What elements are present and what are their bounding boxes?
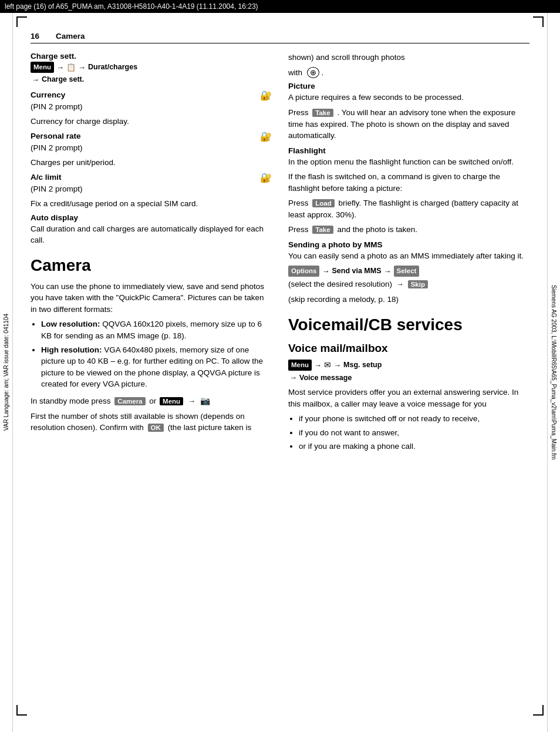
voicemail-nav-path: Menu → ✉ → Msg. setup (288, 359, 529, 371)
resolution-text: (select the desired resolution) (288, 280, 392, 288)
ac-limit-desc: Fix a credit/usage period on a special S… (31, 198, 272, 210)
voicemail-bullet-2: if you do not want to answer, (299, 428, 399, 437)
ac-limit-lock-icon: 🔐 (260, 172, 272, 183)
left-column: Charge sett. Menu → 📋 → Durat/charges → … (31, 52, 272, 457)
take-key-2: Take (312, 226, 333, 234)
personal-rate-pin: (PIN 2 prompt) (31, 142, 272, 154)
with-line: with ⊕ . (288, 67, 529, 79)
standby-text1: In standby mode press (31, 397, 111, 405)
right-sidebar: Siemens AG 2003, L:\MobilIR65\A65_Puma_v… (547, 13, 560, 732)
charge-sett-nav: Menu → 📋 → Durat/charges (31, 62, 272, 73)
send-via-mms-text: Send via MMS (332, 266, 381, 277)
list-item: if your phone is switched off or not rea… (299, 413, 529, 425)
personal-rate-desc: Charges per unit/period. (31, 157, 272, 169)
menu-btn-standby: Menu (160, 397, 183, 405)
currency-section: Currency 🔐 (PIN 2 prompt) Currency for c… (31, 90, 272, 127)
picture-para2: Press Take . You will hear an advisory t… (288, 107, 529, 142)
voicemail-menu-btn: Menu (288, 360, 312, 371)
two-column-layout: Charge sett. Menu → 📋 → Durat/charges → … (31, 52, 529, 457)
list-item: if you do not want to answer, (299, 427, 529, 439)
page-number: 16 (31, 32, 39, 41)
high-res-label: High resolution: (41, 345, 102, 354)
corner-mark-br (533, 705, 544, 716)
top-bar: left page (16) of A65_PUMA am, A31008-H5… (0, 0, 560, 13)
auto-display-desc: Call duration and call charges are autom… (31, 223, 272, 246)
shown-scroll-text: shown) and scroll through photos (288, 52, 529, 63)
main-content: 16 Camera Charge sett. Menu → 📋 → Durat/… (13, 26, 547, 469)
options-btn: Options (288, 266, 319, 277)
flashlight-para2: If the flash is switched on, a command i… (288, 171, 529, 194)
currency-lock-icon: 🔐 (260, 90, 272, 101)
corner-mark-tr (533, 16, 544, 27)
sending-mms-para2: (select the desired resolution) → Skip (288, 278, 529, 290)
shown-text: shown) and scroll through photos (288, 53, 405, 62)
top-bar-text: left page (16) of A65_PUMA am, A31008-H5… (5, 2, 258, 11)
list-item: or if you are making a phone call. (299, 441, 529, 452)
personal-rate-section: Personal rate 🔐 (PIN 2 prompt) Charges p… (31, 131, 272, 169)
voicemail-bullet-3: or if you are making a phone call. (299, 442, 416, 451)
currency-desc: Currency for charge display. (31, 116, 272, 127)
charge-sett-subnav-text: Charge sett. (42, 75, 84, 83)
auto-display-heading: Auto display (31, 213, 272, 222)
sending-mms-nav: Options → Send via MMS → Select (288, 266, 529, 277)
left-sidebar: VAR Language: am; VAR issue date: 041104 (0, 13, 13, 732)
msg-setup-text: Msg. setup (343, 360, 382, 371)
voicemail-bullet-1: if your phone is switched off or not rea… (299, 414, 480, 423)
with-text: with (288, 68, 302, 77)
sending-mms-heading: Sending a photo by MMS (288, 240, 529, 249)
flashlight-heading: Flashlight (288, 146, 529, 155)
left-sidebar-text: VAR Language: am; VAR issue date: 041104 (3, 314, 9, 431)
charge-sett-subnav: → Charge sett. (31, 75, 272, 84)
voicemail-nav-section: Menu → ✉ → Msg. setup → Voice message (288, 359, 529, 382)
voicemail-sub-nav: → Voice message (288, 373, 529, 382)
currency-pin: (PIN 2 prompt) (31, 101, 272, 113)
picture-para1: A picture requires a few seconds to be p… (288, 92, 529, 103)
durat-charges-text: Durat/charges (88, 62, 137, 73)
press-text-1: Press (288, 108, 309, 117)
right-sidebar-text: Siemens AG 2003, L:\MobilIR65\A65_Puma_v… (551, 285, 557, 459)
camera-intro: You can use the phone to immediately vie… (31, 281, 272, 315)
first-shot-para: First the number of shots still availabl… (31, 411, 272, 434)
list-item: High resolution: VGA 640x480 pixels, mem… (41, 344, 272, 390)
flashlight-section: Flashlight In the option menu the flashl… (288, 146, 529, 236)
press-text-3: Press (288, 225, 309, 234)
page-header: 16 Camera (31, 32, 529, 43)
sending-mms-para3: (skip recording a melody, p. 18) (288, 294, 529, 305)
nav-arrow-1: → (56, 62, 64, 73)
corner-mark-tl (16, 16, 27, 27)
voicemail-minor-heading: Voice mail/mailbox (288, 342, 529, 355)
right-column: shown) and scroll through photos with ⊕ … (288, 52, 529, 457)
standby-arrow: → (188, 397, 195, 405)
voice-message-text: Voice message (299, 374, 352, 382)
personal-rate-heading: Personal rate (31, 132, 81, 140)
ac-limit-pin: (PIN 2 prompt) (31, 183, 272, 195)
sending-mms-para1: You can easily send a photo as an MMS im… (288, 250, 529, 262)
picture-heading: Picture (288, 82, 529, 90)
press-text-2: Press (288, 199, 309, 207)
corner-mark-bl (16, 705, 27, 716)
load-key: Load (312, 199, 334, 207)
ac-limit-heading: A/c limit (31, 173, 62, 182)
nav-icon-1: 📋 (66, 62, 76, 73)
currency-heading: Currency (31, 90, 65, 99)
section-title-header: Camera (56, 32, 85, 41)
list-item: Low resolution: QQVGA 160x120 pixels, me… (41, 318, 272, 341)
voicemail-major-heading: Voicemail/CB services (288, 316, 529, 334)
standby-line: In standby mode press Camera or Menu → 📷 (31, 395, 272, 407)
nav-arrow-2: → (78, 62, 86, 73)
personal-rate-lock-icon: 🔐 (260, 131, 272, 142)
period: . (322, 68, 324, 77)
low-res-label: Low resolution: (41, 320, 100, 328)
flashlight-para3: Press Load briefly. The flashlight is ch… (288, 197, 529, 220)
voicemail-intro: Most service providers offer you an exte… (288, 387, 529, 409)
select-btn: Select (394, 266, 420, 277)
auto-display-section: Auto display Call duration and call char… (31, 213, 272, 246)
voicemail-bullets: if your phone is switched off or not rea… (299, 413, 529, 452)
ac-limit-section: A/c limit 🔐 (PIN 2 prompt) Fix a credit/… (31, 172, 272, 210)
last-pic-text: (the last picture taken is (168, 423, 252, 432)
standby-text2: or (149, 397, 156, 405)
nav-circle-icon: ⊕ (307, 67, 319, 78)
flashlight-para4-post: and the photo is taken. (337, 225, 417, 234)
charge-sett-section: Charge sett. Menu → 📋 → Durat/charges → … (31, 52, 272, 84)
voicemail-icon: ✉ (324, 359, 331, 371)
